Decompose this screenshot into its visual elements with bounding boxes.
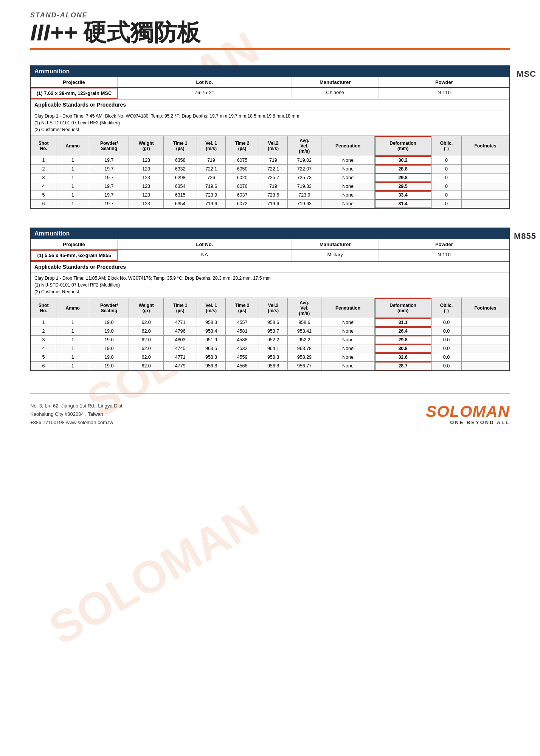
table-cell: 956.77: [287, 362, 321, 370]
table-cell: None: [321, 318, 374, 327]
table-cell: 6020: [226, 174, 259, 182]
table-cell: [461, 182, 509, 191]
table-cell: 6076: [226, 182, 259, 191]
table-cell: 719.02: [287, 156, 321, 165]
table-cell: 31.1: [375, 318, 431, 327]
msc-powder-val: N 110: [379, 88, 509, 99]
table-cell: 958.3: [197, 353, 226, 362]
table-cell: 62.0: [129, 318, 164, 327]
m855-col-headers: Projectile Lot No. Manufacturer Powder: [31, 239, 509, 250]
stand-alone-label: STAND-ALONE: [30, 11, 510, 19]
msc-th-vel2: Vel.2(m/s): [259, 136, 288, 156]
m855-table-header-row: ShotNo. Ammo Powder/Seating Weight(gr) T…: [31, 298, 509, 318]
table-cell: 123: [129, 174, 164, 182]
table-cell: None: [321, 353, 374, 362]
table-row: 2119.71236332722.16050722.1722.07None28.…: [31, 165, 509, 174]
table-cell: None: [321, 327, 374, 336]
msc-col-headers: Projectile Lot No. Manufacturer Powder: [31, 77, 509, 88]
footer: No. 3, Ln. 62, Jianguo 1st Rd., Lingya D…: [30, 393, 510, 427]
m855-projectile-header: Projectile: [31, 239, 118, 249]
table-cell: 963.5: [197, 344, 226, 353]
table-cell: 4: [31, 344, 56, 353]
table-cell: 1: [56, 165, 89, 174]
footer-address-line1: No. 3, Ln. 62, Jianguo 1st Rd., Lingya D…: [30, 403, 124, 409]
table-cell: 722.1: [259, 165, 288, 174]
footer-address: No. 3, Ln. 62, Jianguo 1st Rd., Lingya D…: [30, 402, 124, 427]
table-row: 5119.062.04771958.34559958.3958.29None32…: [31, 353, 509, 362]
table-cell: 1: [56, 191, 89, 200]
m855-th-penetration: Penetration: [321, 298, 374, 318]
m855-th-weight: Weight(gr): [129, 298, 164, 318]
table-row: 1119.062.04771958.34557958.6958.6None31.…: [31, 318, 509, 327]
table-cell: [461, 174, 509, 182]
table-cell: 123: [129, 200, 164, 208]
table-cell: [461, 362, 509, 370]
msc-data-row: (1) 7.62 x 39-mm, 123-grain MSC 76-75-21…: [31, 88, 509, 99]
table-cell: 26.4: [375, 327, 431, 336]
table-cell: 719.63: [287, 200, 321, 208]
table-cell: [461, 353, 509, 362]
table-cell: 30.8: [375, 344, 431, 353]
table-cell: None: [321, 191, 374, 200]
table-cell: 6298: [164, 174, 197, 182]
table-cell: 5: [31, 353, 56, 362]
table-cell: 123: [129, 156, 164, 165]
table-cell: [461, 318, 509, 327]
table-cell: 719: [259, 156, 288, 165]
table-cell: 19.7: [89, 165, 129, 174]
table-cell: 1: [56, 336, 89, 344]
table-cell: 29.8: [375, 336, 431, 344]
table-row: 4119.062.04745963.54532964.1963.78None30…: [31, 344, 509, 353]
table-cell: 6354: [164, 200, 197, 208]
table-cell: 1: [31, 318, 56, 327]
table-cell: 28.7: [375, 362, 431, 370]
table-cell: 123: [129, 191, 164, 200]
msc-th-oblic: Oblic.(°): [431, 136, 462, 156]
table-cell: 953.4: [197, 327, 226, 336]
msc-th-ammo: Ammo: [56, 136, 89, 156]
table-cell: [461, 156, 509, 165]
footer-address-line2: Kaohsiung City #802004 , Taiwan: [30, 411, 103, 417]
table-cell: 725.7: [259, 174, 288, 182]
msc-table-section: Ammunition Projectile Lot No. Manufactur…: [30, 65, 510, 209]
section-m855-label: M855: [514, 231, 536, 241]
table-cell: 30.2: [375, 156, 431, 165]
table-cell: 19.7: [89, 182, 129, 191]
table-cell: 963.78: [287, 344, 321, 353]
table-cell: 4588: [226, 336, 259, 344]
m855-th-vel1: Vel. 1(m/s): [197, 298, 226, 318]
level-label: III++: [30, 21, 77, 44]
table-cell: 19.0: [89, 353, 129, 362]
table-cell: 6358: [164, 156, 197, 165]
table-cell: 6075: [226, 156, 259, 165]
table-cell: 29.8: [375, 174, 431, 182]
msc-th-powder: Powder/Seating: [89, 136, 129, 156]
msc-th-penetration: Penetration: [321, 136, 374, 156]
msc-manufacturer-val: Chinese: [292, 88, 379, 99]
table-row: 2119.062.04796953.44581953.7953.41None26…: [31, 327, 509, 336]
table-row: 3119.712362987266020725.7725.73None29.80: [31, 174, 509, 182]
table-cell: None: [321, 182, 374, 191]
m855-th-powder: Powder/Seating: [89, 298, 129, 318]
msc-ammo-header: Ammunition: [31, 66, 509, 77]
table-cell: 1: [56, 327, 89, 336]
table-cell: [461, 336, 509, 344]
table-cell: 1: [31, 156, 56, 165]
table-cell: 5: [31, 191, 56, 200]
table-cell: 19.7: [89, 156, 129, 165]
table-row: 5119.71236315723.96037723.6723.9None33.4…: [31, 191, 509, 200]
table-row: 3119.062.04803951.94588952.2952.2None29.…: [31, 336, 509, 344]
footer-address-line3: +886 77100198 www.soloman.com.tw: [30, 420, 113, 425]
table-cell: 4566: [226, 362, 259, 370]
table-cell: 4771: [164, 353, 197, 362]
table-cell: 1: [56, 174, 89, 182]
table-cell: 0: [431, 200, 462, 208]
m855-manufacturer-header: Manufacturer: [292, 239, 379, 249]
table-cell: 19.0: [89, 327, 129, 336]
table-cell: 4581: [226, 327, 259, 336]
table-cell: 6037: [226, 191, 259, 200]
m855-th-vel2: Vel.2(m/s): [259, 298, 288, 318]
section-msc-label: MSC: [517, 69, 536, 79]
table-cell: 19.7: [89, 200, 129, 208]
table-cell: 0.0: [431, 362, 462, 370]
